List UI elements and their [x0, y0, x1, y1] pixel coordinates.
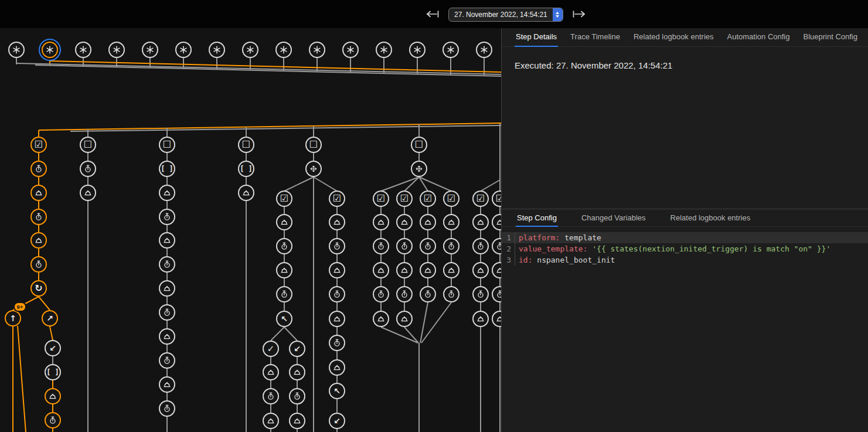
graph-node-service[interactable]	[443, 262, 459, 278]
graph-node-asterisk[interactable]	[142, 42, 158, 58]
graph-node-service[interactable]	[276, 262, 292, 278]
graph-node-service[interactable]	[396, 262, 413, 278]
run-selector[interactable]: 27. November 2022, 14:54:21	[448, 8, 563, 22]
graph-node-checkbox[interactable]: ☑	[472, 191, 489, 207]
graph-node-service[interactable]	[263, 364, 279, 380]
graph-node-service[interactable]	[329, 214, 345, 230]
graph-node-checkbox[interactable]: ☑	[30, 137, 47, 153]
graph-node-service[interactable]	[276, 214, 292, 230]
graph-node-timer[interactable]	[289, 388, 305, 404]
graph-node-arrow-down-left[interactable]: ↙	[329, 413, 345, 429]
graph-node-service[interactable]	[159, 185, 175, 201]
graph-node-checkbox[interactable]: ☑	[373, 191, 389, 207]
graph-node-service[interactable]	[289, 413, 305, 429]
tab-step-details[interactable]: Step Details	[515, 27, 558, 47]
graph-node-service[interactable]	[80, 185, 96, 201]
graph-node-square[interactable]: ☐	[305, 137, 322, 153]
graph-node-service[interactable]	[420, 262, 436, 278]
graph-node-timer[interactable]	[276, 286, 292, 302]
graph-node-brackets[interactable]: [ ]	[238, 161, 254, 177]
graph-node-arrow-down-left[interactable]: ↙	[289, 341, 305, 357]
graph-node-service[interactable]	[373, 311, 389, 327]
graph-node-timer[interactable]	[159, 352, 175, 369]
graph-node-service[interactable]	[472, 262, 489, 278]
graph-node-square[interactable]: ☐	[80, 137, 96, 153]
graph-node-service[interactable]	[420, 214, 436, 230]
graph-node-asterisk[interactable]	[376, 42, 392, 58]
graph-node-timer[interactable]	[443, 286, 459, 302]
graph-node-timer[interactable]	[159, 304, 175, 321]
graph-node-timer[interactable]	[420, 286, 436, 302]
graph-node-repeat[interactable]: ↻	[30, 280, 47, 297]
graph-node-timer[interactable]	[30, 161, 47, 177]
tab-related-logbook-entries-lower[interactable]: Related logbook entries	[669, 209, 752, 227]
graph-node-arrow-up-right[interactable]: ↗	[42, 310, 58, 326]
tab-related-logbook-entries[interactable]: Related logbook entries	[632, 27, 715, 47]
graph-node-service[interactable]	[30, 232, 47, 249]
graph-node-asterisk[interactable]	[8, 42, 25, 58]
graph-node-asterisk[interactable]	[175, 42, 192, 58]
graph-node-checkbox[interactable]: ☑	[276, 191, 292, 207]
graph-node-square[interactable]: ☐	[238, 137, 254, 153]
graph-node-service[interactable]	[396, 214, 413, 230]
graph-node-service[interactable]	[329, 359, 345, 376]
graph-node-service[interactable]	[159, 280, 175, 297]
graph-node-service[interactable]	[159, 376, 175, 393]
graph-node-asterisk[interactable]	[409, 42, 426, 58]
graph-node-timer[interactable]	[443, 238, 459, 254]
graph-node-timer[interactable]	[373, 238, 389, 254]
graph-node-checkbox[interactable]: ☑	[420, 191, 436, 207]
graph-node-asterisk[interactable]	[242, 42, 258, 58]
tab-changed-variables[interactable]: Changed Variables	[580, 209, 647, 227]
graph-node-service[interactable]	[238, 185, 254, 201]
next-run-button[interactable]	[571, 8, 587, 22]
graph-node-service[interactable]	[329, 262, 345, 278]
graph-node-arrow-up-left[interactable]: ↖	[276, 311, 292, 327]
graph-node-checkbox[interactable]: ☑	[329, 191, 345, 207]
graph-node-service[interactable]	[329, 311, 345, 327]
graph-node-service[interactable]	[472, 311, 489, 327]
graph-node-timer[interactable]	[30, 209, 47, 225]
graph-node-asterisk[interactable]	[209, 42, 225, 58]
graph-node-check[interactable]: ✓	[263, 341, 279, 357]
graph-node-choose[interactable]	[305, 161, 322, 177]
graph-node-timer[interactable]	[159, 209, 175, 225]
graph-node-timer[interactable]	[159, 256, 175, 273]
graph-node-service[interactable]	[373, 262, 389, 278]
graph-node-service[interactable]	[443, 214, 459, 230]
graph-node-service[interactable]	[30, 185, 47, 201]
graph-node-square[interactable]: ☐	[159, 137, 175, 153]
graph-node-arrow-up-left[interactable]: ↖	[329, 383, 345, 399]
graph-node-service[interactable]	[263, 413, 279, 429]
graph-node-service[interactable]	[45, 388, 61, 404]
tab-blueprint-config[interactable]: Blueprint Config	[802, 27, 859, 47]
graph-node-service[interactable]	[396, 311, 413, 327]
graph-node-service[interactable]	[159, 328, 175, 345]
graph-node-arrow-down-left[interactable]: ↙	[45, 340, 61, 356]
graph-node-timer[interactable]	[472, 286, 489, 302]
graph-node-service[interactable]	[159, 232, 175, 249]
graph-node-asterisk[interactable]	[42, 42, 58, 58]
graph-node-asterisk[interactable]	[275, 42, 292, 58]
tab-automation-config[interactable]: Automation Config	[726, 27, 791, 47]
graph-node-timer[interactable]	[329, 286, 345, 302]
graph-node-checkbox[interactable]: ☑	[396, 191, 413, 207]
graph-node-timer[interactable]	[420, 238, 436, 254]
tab-step-config[interactable]: Step Config	[516, 209, 558, 227]
graph-node-timer[interactable]	[159, 400, 175, 417]
tab-trace-timeline[interactable]: Trace Timeline	[569, 27, 621, 47]
graph-node-asterisk[interactable]	[342, 42, 359, 58]
graph-node-choose[interactable]	[411, 161, 427, 177]
graph-node-timer[interactable]	[329, 335, 345, 351]
graph-node-asterisk[interactable]	[442, 42, 459, 58]
graph-node-timer[interactable]	[30, 256, 47, 273]
graph-node-service[interactable]	[289, 364, 305, 380]
graph-node-timer[interactable]	[45, 412, 61, 428]
graph-node-arrow-up[interactable]: ↑	[5, 310, 21, 326]
graph-node-brackets[interactable]: [ ]	[45, 364, 61, 380]
graph-node-timer[interactable]	[472, 238, 489, 254]
graph-node-timer[interactable]	[80, 161, 96, 177]
graph-node-timer[interactable]	[396, 238, 413, 254]
previous-run-button[interactable]	[424, 8, 441, 22]
graph-node-brackets[interactable]: [ ]	[159, 161, 175, 177]
